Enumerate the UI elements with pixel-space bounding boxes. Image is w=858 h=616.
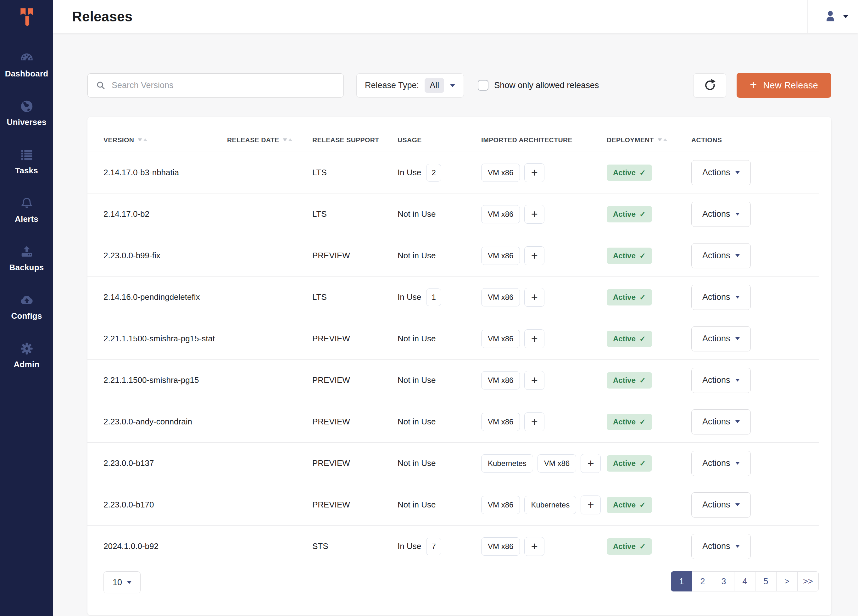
yugabyte-logo-icon[interactable] xyxy=(0,0,53,34)
releases-table-card: VERSIONRELEASE DATERELEASE SUPPORTUSAGEI… xyxy=(87,117,831,615)
usage-count-badge: 7 xyxy=(426,538,441,555)
plus-icon: + xyxy=(750,79,757,90)
add-architecture-button[interactable]: + xyxy=(524,537,544,556)
pagination-page-3[interactable]: 3 xyxy=(713,571,734,591)
pagination-page-5[interactable]: 5 xyxy=(755,571,777,591)
table-row[interactable]: 2.21.1.1500-smishra-pg15-statPREVIEWNot … xyxy=(87,318,819,359)
table-row[interactable]: 2.23.0.0-andy-conndrainPREVIEWNot in Use… xyxy=(87,401,819,442)
architecture-chip: VM x86 xyxy=(481,413,520,431)
sidebar-item-backups[interactable]: Backups xyxy=(0,234,53,283)
chevron-down-icon xyxy=(735,503,740,506)
column-header-label: RELEASE SUPPORT xyxy=(312,136,379,144)
sidebar-item-label: Admin xyxy=(14,359,40,369)
table-row[interactable]: 2.23.0.0-b99-fixPREVIEWNot in UseVM x86+… xyxy=(87,235,819,276)
cloud-upload-icon xyxy=(20,293,34,307)
sidebar-item-dashboard[interactable]: Dashboard xyxy=(0,40,53,89)
table-row[interactable]: 2.23.0.0-b137PREVIEWNot in UseKubernetes… xyxy=(87,442,819,484)
add-architecture-button[interactable]: + xyxy=(524,205,544,224)
row-actions-button[interactable]: Actions xyxy=(691,409,751,434)
column-header-imported-architecture: IMPORTED ARCHITECTURE xyxy=(481,136,607,144)
usage-text: Not in Use xyxy=(398,251,435,260)
sidebar-item-admin[interactable]: Admin xyxy=(0,331,53,380)
table-row[interactable]: 2.14.16.0-pendingdeletefixLTSIn Use1VM x… xyxy=(87,276,819,318)
row-actions-button[interactable]: Actions xyxy=(691,492,751,518)
show-allowed-checkbox[interactable] xyxy=(478,80,488,90)
sidebar-item-label: Backups xyxy=(9,263,44,272)
pagination-pages: 12345>>> xyxy=(671,571,819,591)
plus-icon: + xyxy=(531,416,538,428)
check-icon: ✓ xyxy=(639,417,646,426)
column-header-deployment[interactable]: DEPLOYMENT xyxy=(607,136,691,144)
row-actions-button[interactable]: Actions xyxy=(691,202,751,227)
release-type-dropdown[interactable]: Release Type: All xyxy=(356,73,464,98)
sidebar: DashboardUniversesTasksAlertsBackupsConf… xyxy=(0,0,53,616)
add-architecture-button[interactable]: + xyxy=(524,371,544,390)
user-menu-button[interactable] xyxy=(808,0,858,33)
actions-button-label: Actions xyxy=(702,500,730,510)
deployment-status-badge: Active✓ xyxy=(607,165,652,181)
chevron-down-icon xyxy=(735,379,740,382)
version-text: 2.23.0.0-b170 xyxy=(104,500,154,509)
add-architecture-button[interactable]: + xyxy=(581,496,601,514)
refresh-icon xyxy=(703,78,717,92)
actions-button-label: Actions xyxy=(702,292,730,302)
usage-text: In Use xyxy=(398,168,421,177)
row-actions-button[interactable]: Actions xyxy=(691,451,751,476)
architecture-chip: VM x86 xyxy=(481,205,520,223)
add-architecture-button[interactable]: + xyxy=(524,412,544,431)
column-header-label: DEPLOYMENT xyxy=(607,136,654,144)
actions-button-label: Actions xyxy=(702,251,730,260)
page-size-select[interactable]: 10 xyxy=(104,571,141,593)
pagination-last[interactable]: >> xyxy=(797,571,819,591)
table-row[interactable]: 2.21.1.1500-smishra-pg15PREVIEWNot in Us… xyxy=(87,359,819,401)
actions-button-label: Actions xyxy=(702,541,730,551)
sidebar-item-tasks[interactable]: Tasks xyxy=(0,137,53,186)
chevron-down-icon xyxy=(735,462,740,465)
column-header-version[interactable]: VERSION xyxy=(104,136,227,144)
row-actions-button[interactable]: Actions xyxy=(691,368,751,393)
deployment-status-text: Active xyxy=(613,542,636,551)
plus-icon: + xyxy=(588,458,594,469)
column-header-label: IMPORTED ARCHITECTURE xyxy=(481,136,572,144)
add-architecture-button[interactable]: + xyxy=(581,454,601,473)
deployment-status-badge: Active✓ xyxy=(607,331,652,347)
row-actions-button[interactable]: Actions xyxy=(691,243,751,268)
table-body: 2.14.17.0-b3-nbhatiaLTSIn Use2VM x86+Act… xyxy=(87,152,819,567)
table-row[interactable]: 2.14.17.0-b2LTSNot in UseVM x86+Active✓A… xyxy=(87,193,819,235)
table-header-row: VERSIONRELEASE DATERELEASE SUPPORTUSAGEI… xyxy=(87,128,819,152)
new-release-button[interactable]: + New Release xyxy=(737,73,831,98)
add-architecture-button[interactable]: + xyxy=(524,246,544,265)
backup-upload-icon xyxy=(20,244,34,259)
deployment-status-text: Active xyxy=(613,334,636,343)
row-actions-button[interactable]: Actions xyxy=(691,534,751,559)
sidebar-item-configs[interactable]: Configs xyxy=(0,283,53,331)
globe-icon xyxy=(20,99,34,114)
check-icon: ✓ xyxy=(639,251,646,260)
pagination-page-4[interactable]: 4 xyxy=(734,571,755,591)
row-actions-button[interactable]: Actions xyxy=(691,326,751,352)
version-text: 2.23.0.0-b137 xyxy=(104,458,154,468)
pagination-next[interactable]: > xyxy=(776,571,797,591)
add-architecture-button[interactable]: + xyxy=(524,330,544,348)
column-header-release-date[interactable]: RELEASE DATE xyxy=(227,136,312,144)
table-row[interactable]: 2.23.0.0-b170PREVIEWNot in UseVM x86Kube… xyxy=(87,484,819,526)
refresh-button[interactable] xyxy=(693,73,726,98)
architecture-chip: VM x86 xyxy=(481,496,520,514)
chevron-down-icon xyxy=(735,171,740,174)
sidebar-item-universes[interactable]: Universes xyxy=(0,89,53,137)
release-type-label: Release Type: xyxy=(365,81,419,90)
deployment-status-badge: Active✓ xyxy=(607,497,652,513)
row-actions-button[interactable]: Actions xyxy=(691,285,751,310)
search-input[interactable] xyxy=(111,80,335,90)
pagination-page-2[interactable]: 2 xyxy=(692,571,713,591)
sidebar-item-alerts[interactable]: Alerts xyxy=(0,186,53,234)
add-architecture-button[interactable]: + xyxy=(524,288,544,307)
table-row[interactable]: 2024.1.0.0-b92STSIn Use7VM x86+Active✓Ac… xyxy=(87,526,819,567)
pagination-page-1[interactable]: 1 xyxy=(671,571,692,591)
release-support-text: PREVIEW xyxy=(312,334,350,343)
release-support-text: PREVIEW xyxy=(312,458,350,468)
row-actions-button[interactable]: Actions xyxy=(691,160,751,185)
plus-icon: + xyxy=(588,499,594,510)
add-architecture-button[interactable]: + xyxy=(524,163,544,182)
table-row[interactable]: 2.14.17.0-b3-nbhatiaLTSIn Use2VM x86+Act… xyxy=(87,152,819,193)
